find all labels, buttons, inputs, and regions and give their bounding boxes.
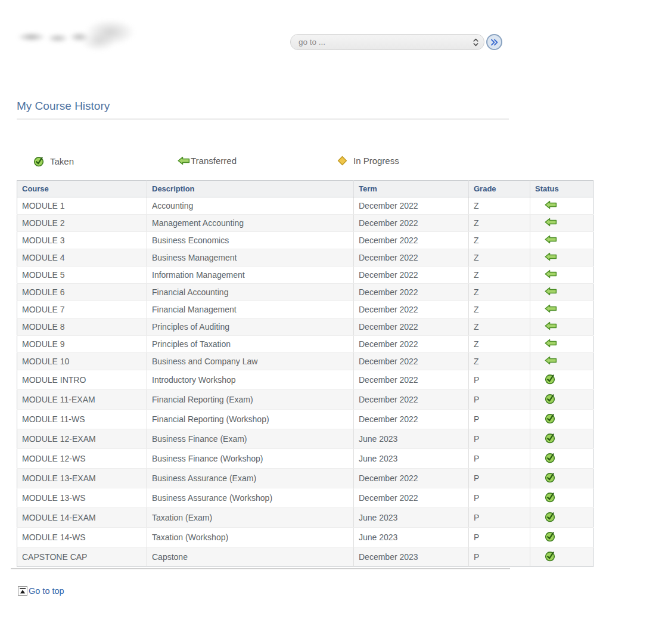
description-cell: Capstone bbox=[147, 547, 354, 567]
table-row: MODULE 12-WSBusiness Finance (Workshop)J… bbox=[17, 449, 593, 469]
course-cell: MODULE 4 bbox=[17, 249, 147, 267]
table-row: MODULE 1AccountingDecember 2022Z bbox=[17, 197, 593, 215]
legend-label: Taken bbox=[50, 156, 74, 166]
description-cell: Business Assurance (Exam) bbox=[147, 469, 354, 488]
course-cell: MODULE 3 bbox=[17, 232, 147, 249]
transferred-arrow-icon bbox=[545, 218, 557, 227]
go-to-top-label: Go to top bbox=[29, 586, 64, 596]
term-cell: December 2022 bbox=[354, 410, 469, 429]
term-cell: December 2023 bbox=[354, 547, 469, 567]
description-cell: Business Management bbox=[147, 249, 354, 267]
term-cell: December 2022 bbox=[354, 232, 469, 249]
course-cell: MODULE 13-WS bbox=[17, 488, 147, 508]
grade-cell: P bbox=[469, 469, 530, 488]
course-cell: MODULE 11-EXAM bbox=[17, 390, 147, 410]
in-progress-diamond-icon bbox=[337, 156, 347, 166]
term-cell: December 2022 bbox=[354, 301, 469, 318]
course-cell: MODULE 11-WS bbox=[17, 410, 147, 429]
status-cell bbox=[530, 197, 593, 215]
taken-check-icon bbox=[545, 550, 556, 562]
transferred-arrow-icon bbox=[545, 339, 557, 348]
table-row: MODULE INTROIntroductory WorkshopDecembe… bbox=[17, 370, 593, 390]
course-cell: MODULE 6 bbox=[17, 284, 147, 301]
table-row: MODULE 6Financial AccountingDecember 202… bbox=[17, 284, 593, 301]
course-cell: MODULE INTRO bbox=[17, 370, 147, 390]
grade-cell: Z bbox=[469, 197, 530, 215]
column-header-status: Status bbox=[530, 181, 593, 197]
taken-check-icon bbox=[545, 373, 556, 385]
table-row: MODULE 8Principles of AuditingDecember 2… bbox=[17, 318, 593, 336]
transferred-arrow-icon bbox=[545, 252, 557, 261]
description-cell: Financial Accounting bbox=[147, 284, 354, 301]
status-cell bbox=[530, 449, 593, 469]
taken-check-icon bbox=[545, 413, 556, 424]
table-row: MODULE 12-EXAMBusiness Finance (Exam)Jun… bbox=[17, 429, 593, 449]
description-cell: Information Management bbox=[147, 267, 354, 284]
grade-cell: Z bbox=[469, 215, 530, 232]
term-cell: December 2022 bbox=[354, 197, 469, 215]
taken-check-icon bbox=[545, 491, 556, 503]
goto-go-button[interactable] bbox=[486, 34, 502, 50]
course-cell: MODULE 13-EXAM bbox=[17, 469, 147, 488]
transferred-arrow-icon bbox=[545, 200, 557, 209]
table-row: MODULE 5Information ManagementDecember 2… bbox=[17, 267, 593, 284]
course-cell: MODULE 1 bbox=[17, 197, 147, 215]
status-cell bbox=[530, 249, 593, 267]
grade-cell: P bbox=[469, 410, 530, 429]
grade-cell: Z bbox=[469, 301, 530, 318]
course-table-body: MODULE 1AccountingDecember 2022ZMODULE 2… bbox=[17, 197, 593, 567]
transferred-arrow-icon bbox=[545, 321, 557, 330]
goto-dropdown[interactable]: go to ... bbox=[290, 34, 484, 50]
taken-check-icon bbox=[545, 472, 556, 483]
term-cell: June 2023 bbox=[354, 508, 469, 528]
term-cell: December 2022 bbox=[354, 469, 469, 488]
term-cell: December 2022 bbox=[354, 215, 469, 232]
term-cell: December 2022 bbox=[354, 249, 469, 267]
go-to-top-link[interactable]: Go to top bbox=[18, 586, 64, 596]
table-row: MODULE 11-EXAMFinancial Reporting (Exam)… bbox=[17, 390, 593, 410]
course-cell: CAPSTONE CAP bbox=[17, 547, 147, 567]
grade-cell: P bbox=[469, 370, 530, 390]
status-cell bbox=[530, 232, 593, 249]
course-history-table: Course Description Term Grade Status MOD… bbox=[17, 180, 593, 567]
select-stepper-icon bbox=[473, 38, 479, 47]
table-row: MODULE 13-EXAMBusiness Assurance (Exam)D… bbox=[17, 469, 593, 488]
status-cell bbox=[530, 547, 593, 567]
status-cell bbox=[530, 410, 593, 429]
term-cell: December 2022 bbox=[354, 390, 469, 410]
status-legend: Taken Transferred In Progress bbox=[0, 156, 596, 170]
status-cell bbox=[530, 370, 593, 390]
term-cell: December 2022 bbox=[354, 284, 469, 301]
grade-cell: P bbox=[469, 429, 530, 449]
status-cell bbox=[530, 469, 593, 488]
table-row: MODULE 9Principles of TaxationDecember 2… bbox=[17, 336, 593, 353]
page-title: My Course History bbox=[17, 100, 110, 113]
transferred-arrow-icon bbox=[545, 235, 557, 244]
legend-item-transferred: Transferred bbox=[178, 156, 237, 166]
status-cell bbox=[530, 429, 593, 449]
legend-label: Transferred bbox=[191, 156, 237, 166]
taken-check-icon bbox=[545, 452, 556, 463]
taken-check-icon bbox=[545, 531, 556, 542]
transferred-arrow-icon bbox=[178, 156, 190, 165]
course-cell: MODULE 2 bbox=[17, 215, 147, 232]
grade-cell: Z bbox=[469, 249, 530, 267]
description-cell: Business Finance (Workshop) bbox=[147, 449, 354, 469]
description-cell: Management Accounting bbox=[147, 215, 354, 232]
grade-cell: Z bbox=[469, 267, 530, 284]
double-chevron-right-icon bbox=[490, 39, 498, 46]
transferred-arrow-icon bbox=[545, 270, 557, 278]
status-cell bbox=[530, 353, 593, 370]
term-cell: June 2023 bbox=[354, 449, 469, 469]
table-row: MODULE 13-WSBusiness Assurance (Workshop… bbox=[17, 488, 593, 508]
table-row: MODULE 7Financial ManagementDecember 202… bbox=[17, 301, 593, 318]
grade-cell: P bbox=[469, 528, 530, 547]
transferred-arrow-icon bbox=[545, 287, 557, 296]
column-header-term: Term bbox=[354, 181, 469, 197]
grade-cell: P bbox=[469, 449, 530, 469]
course-cell: MODULE 14-WS bbox=[17, 528, 147, 547]
status-cell bbox=[530, 215, 593, 232]
table-row: MODULE 10Business and Company LawDecembe… bbox=[17, 353, 593, 370]
description-cell: Business Finance (Exam) bbox=[147, 429, 354, 449]
course-cell: MODULE 14-EXAM bbox=[17, 508, 147, 528]
